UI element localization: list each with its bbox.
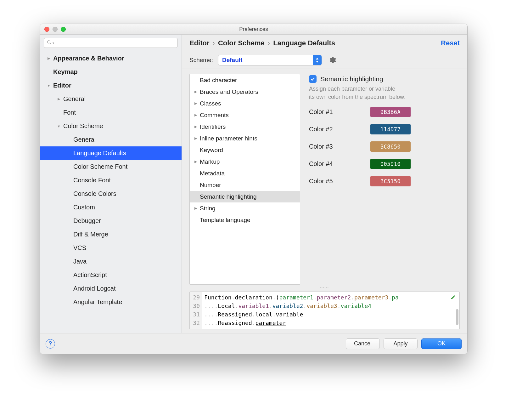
color-row-3: Color #3BC8650 bbox=[309, 141, 460, 152]
chevron-right-icon: ▶ bbox=[193, 101, 199, 105]
svg-point-0 bbox=[48, 40, 50, 43]
search-icon bbox=[47, 40, 52, 46]
footer: ? Cancel Apply OK bbox=[40, 333, 467, 354]
attr-item-comments[interactable]: ▶Comments bbox=[190, 109, 300, 121]
color-swatch-3[interactable]: BC8650 bbox=[370, 141, 411, 152]
sidebar-item-label: General bbox=[73, 136, 96, 143]
sidebar-item-label: General bbox=[63, 95, 86, 103]
color-row-1: Color #19B3B6A bbox=[309, 107, 460, 117]
sidebar-item-android-logcat[interactable]: Android Logcat bbox=[40, 282, 182, 295]
color-label: Color #3 bbox=[309, 143, 370, 150]
color-swatch-2[interactable]: 114D77 bbox=[370, 124, 411, 134]
color-swatch-4[interactable]: 005910 bbox=[370, 159, 411, 169]
sidebar-item-actionscript[interactable]: ActionScript bbox=[40, 268, 182, 282]
chevron-down-icon: ▼ bbox=[56, 124, 61, 128]
scheme-select[interactable]: Default bbox=[218, 55, 322, 65]
scrollbar[interactable] bbox=[456, 309, 458, 325]
search-input[interactable]: ▾ bbox=[44, 38, 178, 48]
color-swatch-5[interactable]: BC5150 bbox=[370, 176, 411, 186]
sidebar-item-label: Angular Template bbox=[73, 298, 122, 306]
sidebar-item-language-defaults[interactable]: Language Defaults bbox=[40, 146, 182, 160]
sidebar-item-general[interactable]: ▶General bbox=[40, 92, 182, 106]
attr-item-number[interactable]: Number bbox=[190, 179, 300, 191]
attr-item-bad-character[interactable]: Bad character bbox=[190, 74, 300, 86]
sidebar-item-editor[interactable]: ▼Editor bbox=[40, 79, 182, 92]
cancel-button[interactable]: Cancel bbox=[346, 338, 380, 349]
attr-item-label: Braces and Operators bbox=[200, 88, 258, 95]
sidebar: ▾ ▶Appearance & BehaviorKeymap▼Editor▶Ge… bbox=[40, 35, 182, 333]
scheme-label: Scheme: bbox=[189, 57, 213, 64]
titlebar: Preferences bbox=[40, 24, 467, 35]
resize-grip-icon[interactable]: •••••• bbox=[189, 286, 460, 289]
semantic-highlighting-checkbox[interactable] bbox=[309, 75, 317, 83]
color-label: Color #1 bbox=[309, 108, 370, 116]
chevron-down-icon[interactable]: ▾ bbox=[53, 41, 54, 45]
semantic-description: Assign each parameter or variable its ow… bbox=[309, 85, 460, 101]
chevron-right-icon: ▶ bbox=[56, 97, 61, 101]
sidebar-item-label: Language Defaults bbox=[73, 150, 126, 157]
sidebar-item-custom[interactable]: Custom bbox=[40, 201, 182, 214]
sidebar-item-label: Java bbox=[73, 258, 87, 265]
sidebar-item-label: Editor bbox=[53, 82, 71, 89]
attr-item-template-language[interactable]: Template language bbox=[190, 214, 300, 226]
color-row-5: Color #5BC5150 bbox=[309, 176, 460, 186]
attr-item-label: Template language bbox=[200, 217, 250, 224]
sidebar-item-vcs[interactable]: VCS bbox=[40, 241, 182, 255]
chevron-right-icon: ▶ bbox=[193, 125, 199, 129]
apply-button[interactable]: Apply bbox=[384, 338, 418, 349]
chevron-right-icon: ▶ bbox=[193, 160, 199, 164]
sidebar-item-label: Console Colors bbox=[73, 190, 116, 197]
updown-icon bbox=[313, 55, 322, 65]
svg-marker-2 bbox=[316, 58, 318, 60]
sidebar-item-label: VCS bbox=[73, 244, 86, 252]
window-title: Preferences bbox=[40, 26, 467, 32]
attr-item-string[interactable]: ▶String bbox=[190, 202, 300, 214]
sidebar-item-label: Font bbox=[63, 109, 76, 116]
settings-tree: ▶Appearance & BehaviorKeymap▼Editor▶Gene… bbox=[40, 50, 182, 333]
attr-item-keyword[interactable]: Keyword bbox=[190, 144, 300, 156]
sidebar-item-console-colors[interactable]: Console Colors bbox=[40, 187, 182, 201]
sidebar-item-font[interactable]: Font bbox=[40, 106, 182, 119]
ok-button[interactable]: OK bbox=[421, 338, 462, 349]
attr-item-classes[interactable]: ▶Classes bbox=[190, 98, 300, 109]
color-label: Color #4 bbox=[309, 160, 370, 167]
attr-item-semantic-highlighting[interactable]: Semantic highlighting bbox=[190, 191, 300, 202]
sidebar-item-label: Color Scheme Font bbox=[73, 163, 127, 170]
attr-item-markup[interactable]: ▶Markup bbox=[190, 156, 300, 167]
reset-link[interactable]: Reset bbox=[441, 39, 460, 47]
chevron-right-icon: ▶ bbox=[193, 113, 199, 117]
attr-item-label: Metadata bbox=[200, 170, 225, 177]
sidebar-item-appearance-behavior[interactable]: ▶Appearance & Behavior bbox=[40, 52, 182, 65]
sidebar-item-color-scheme-font[interactable]: Color Scheme Font bbox=[40, 160, 182, 173]
color-label: Color #2 bbox=[309, 126, 370, 133]
attribute-list: Bad character▶Braces and Operators▶Class… bbox=[189, 74, 300, 285]
sidebar-item-java[interactable]: Java bbox=[40, 255, 182, 268]
chevron-down-icon: ▼ bbox=[46, 84, 51, 88]
attr-item-label: Identifiers bbox=[200, 123, 226, 130]
attr-item-label: Semantic highlighting bbox=[200, 193, 257, 200]
attr-item-label: Markup bbox=[200, 158, 220, 165]
attr-item-identifiers[interactable]: ▶Identifiers bbox=[190, 121, 300, 133]
attr-item-metadata[interactable]: Metadata bbox=[190, 167, 300, 179]
color-row-2: Color #2114D77 bbox=[309, 124, 460, 134]
attr-item-label: Classes bbox=[200, 100, 221, 107]
attr-item-label: Comments bbox=[200, 112, 229, 119]
sidebar-item-keymap[interactable]: Keymap bbox=[40, 65, 182, 79]
sidebar-item-angular-template[interactable]: Angular Template bbox=[40, 295, 182, 309]
gear-icon[interactable] bbox=[329, 56, 336, 64]
sidebar-item-debugger[interactable]: Debugger bbox=[40, 214, 182, 228]
color-swatch-1[interactable]: 9B3B6A bbox=[370, 107, 411, 117]
attr-item-inline-parameter-hints[interactable]: ▶Inline parameter hints bbox=[190, 133, 300, 144]
help-button[interactable]: ? bbox=[46, 339, 55, 349]
sidebar-item-diff-merge[interactable]: Diff & Merge bbox=[40, 228, 182, 241]
sidebar-item-console-font[interactable]: Console Font bbox=[40, 173, 182, 187]
chevron-right-icon: ▶ bbox=[193, 206, 199, 210]
sidebar-item-label: Debugger bbox=[73, 217, 101, 224]
sidebar-item-color-scheme[interactable]: ▼Color Scheme bbox=[40, 119, 182, 133]
sidebar-item-label: Diff & Merge bbox=[73, 231, 108, 238]
breadcrumb: Editor › Color Scheme › Language Default… bbox=[189, 39, 460, 47]
edit-icon[interactable] bbox=[451, 293, 456, 302]
attr-item-braces-and-operators[interactable]: ▶Braces and Operators bbox=[190, 86, 300, 98]
sidebar-item-label: ActionScript bbox=[73, 271, 107, 279]
sidebar-item-general[interactable]: General bbox=[40, 133, 182, 146]
